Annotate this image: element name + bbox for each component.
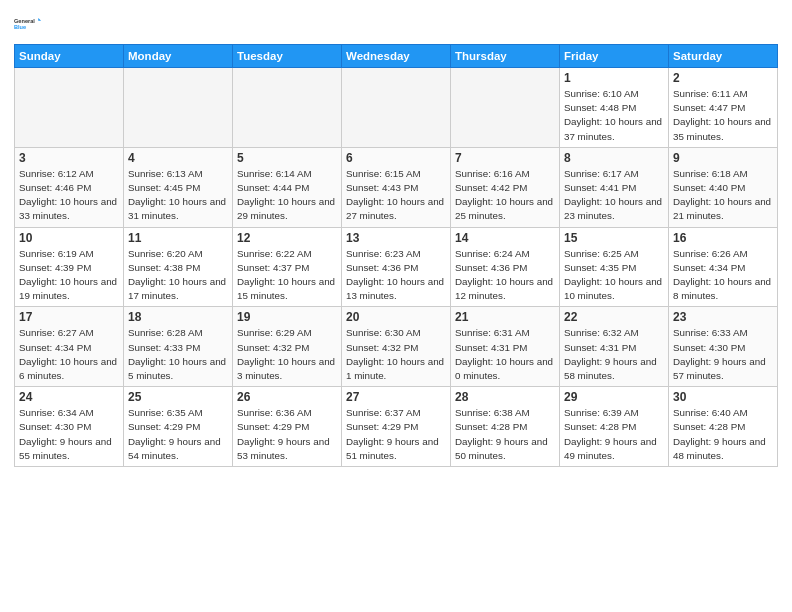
- calendar-cell: 25Sunrise: 6:35 AM Sunset: 4:29 PM Dayli…: [124, 387, 233, 467]
- calendar-cell: 4Sunrise: 6:13 AM Sunset: 4:45 PM Daylig…: [124, 147, 233, 227]
- day-number: 11: [128, 231, 228, 245]
- day-number: 29: [564, 390, 664, 404]
- day-info: Sunrise: 6:15 AM Sunset: 4:43 PM Dayligh…: [346, 167, 446, 224]
- day-number: 21: [455, 310, 555, 324]
- logo: General Blue: [14, 10, 42, 38]
- day-number: 17: [19, 310, 119, 324]
- calendar-cell: [15, 68, 124, 148]
- day-number: 18: [128, 310, 228, 324]
- calendar-cell: 2Sunrise: 6:11 AM Sunset: 4:47 PM Daylig…: [669, 68, 778, 148]
- day-number: 24: [19, 390, 119, 404]
- day-number: 10: [19, 231, 119, 245]
- day-info: Sunrise: 6:13 AM Sunset: 4:45 PM Dayligh…: [128, 167, 228, 224]
- day-number: 6: [346, 151, 446, 165]
- calendar-cell: 28Sunrise: 6:38 AM Sunset: 4:28 PM Dayli…: [451, 387, 560, 467]
- day-info: Sunrise: 6:34 AM Sunset: 4:30 PM Dayligh…: [19, 406, 119, 463]
- logo-icon: General Blue: [14, 10, 42, 38]
- day-info: Sunrise: 6:38 AM Sunset: 4:28 PM Dayligh…: [455, 406, 555, 463]
- day-number: 9: [673, 151, 773, 165]
- day-info: Sunrise: 6:30 AM Sunset: 4:32 PM Dayligh…: [346, 326, 446, 383]
- day-info: Sunrise: 6:31 AM Sunset: 4:31 PM Dayligh…: [455, 326, 555, 383]
- svg-text:Blue: Blue: [14, 24, 26, 30]
- calendar-cell: 14Sunrise: 6:24 AM Sunset: 4:36 PM Dayli…: [451, 227, 560, 307]
- day-number: 22: [564, 310, 664, 324]
- calendar-cell: 3Sunrise: 6:12 AM Sunset: 4:46 PM Daylig…: [15, 147, 124, 227]
- calendar-cell: 29Sunrise: 6:39 AM Sunset: 4:28 PM Dayli…: [560, 387, 669, 467]
- calendar-cell: 16Sunrise: 6:26 AM Sunset: 4:34 PM Dayli…: [669, 227, 778, 307]
- day-number: 19: [237, 310, 337, 324]
- calendar-cell: 19Sunrise: 6:29 AM Sunset: 4:32 PM Dayli…: [233, 307, 342, 387]
- calendar-week-1: 1Sunrise: 6:10 AM Sunset: 4:48 PM Daylig…: [15, 68, 778, 148]
- day-number: 14: [455, 231, 555, 245]
- calendar-week-5: 24Sunrise: 6:34 AM Sunset: 4:30 PM Dayli…: [15, 387, 778, 467]
- day-info: Sunrise: 6:27 AM Sunset: 4:34 PM Dayligh…: [19, 326, 119, 383]
- svg-text:General: General: [14, 18, 35, 24]
- calendar-cell: 30Sunrise: 6:40 AM Sunset: 4:28 PM Dayli…: [669, 387, 778, 467]
- calendar-cell: 6Sunrise: 6:15 AM Sunset: 4:43 PM Daylig…: [342, 147, 451, 227]
- calendar-cell: 5Sunrise: 6:14 AM Sunset: 4:44 PM Daylig…: [233, 147, 342, 227]
- day-number: 5: [237, 151, 337, 165]
- day-number: 13: [346, 231, 446, 245]
- calendar-table: SundayMondayTuesdayWednesdayThursdayFrid…: [14, 44, 778, 467]
- calendar-cell: 20Sunrise: 6:30 AM Sunset: 4:32 PM Dayli…: [342, 307, 451, 387]
- day-number: 30: [673, 390, 773, 404]
- day-number: 27: [346, 390, 446, 404]
- weekday-header-monday: Monday: [124, 45, 233, 68]
- weekday-header-wednesday: Wednesday: [342, 45, 451, 68]
- weekday-header-thursday: Thursday: [451, 45, 560, 68]
- day-info: Sunrise: 6:29 AM Sunset: 4:32 PM Dayligh…: [237, 326, 337, 383]
- calendar-cell: 9Sunrise: 6:18 AM Sunset: 4:40 PM Daylig…: [669, 147, 778, 227]
- weekday-header-row: SundayMondayTuesdayWednesdayThursdayFrid…: [15, 45, 778, 68]
- calendar-cell: 7Sunrise: 6:16 AM Sunset: 4:42 PM Daylig…: [451, 147, 560, 227]
- day-number: 23: [673, 310, 773, 324]
- calendar-week-4: 17Sunrise: 6:27 AM Sunset: 4:34 PM Dayli…: [15, 307, 778, 387]
- day-number: 26: [237, 390, 337, 404]
- calendar-cell: [451, 68, 560, 148]
- day-number: 16: [673, 231, 773, 245]
- day-info: Sunrise: 6:23 AM Sunset: 4:36 PM Dayligh…: [346, 247, 446, 304]
- day-info: Sunrise: 6:35 AM Sunset: 4:29 PM Dayligh…: [128, 406, 228, 463]
- day-info: Sunrise: 6:24 AM Sunset: 4:36 PM Dayligh…: [455, 247, 555, 304]
- day-info: Sunrise: 6:19 AM Sunset: 4:39 PM Dayligh…: [19, 247, 119, 304]
- day-number: 25: [128, 390, 228, 404]
- day-info: Sunrise: 6:12 AM Sunset: 4:46 PM Dayligh…: [19, 167, 119, 224]
- calendar-cell: 18Sunrise: 6:28 AM Sunset: 4:33 PM Dayli…: [124, 307, 233, 387]
- day-info: Sunrise: 6:10 AM Sunset: 4:48 PM Dayligh…: [564, 87, 664, 144]
- day-number: 8: [564, 151, 664, 165]
- calendar-cell: [124, 68, 233, 148]
- calendar-cell: 21Sunrise: 6:31 AM Sunset: 4:31 PM Dayli…: [451, 307, 560, 387]
- day-number: 28: [455, 390, 555, 404]
- calendar-cell: 26Sunrise: 6:36 AM Sunset: 4:29 PM Dayli…: [233, 387, 342, 467]
- calendar-cell: 17Sunrise: 6:27 AM Sunset: 4:34 PM Dayli…: [15, 307, 124, 387]
- svg-marker-1: [38, 18, 41, 21]
- calendar-week-3: 10Sunrise: 6:19 AM Sunset: 4:39 PM Dayli…: [15, 227, 778, 307]
- calendar-week-2: 3Sunrise: 6:12 AM Sunset: 4:46 PM Daylig…: [15, 147, 778, 227]
- day-number: 20: [346, 310, 446, 324]
- day-info: Sunrise: 6:20 AM Sunset: 4:38 PM Dayligh…: [128, 247, 228, 304]
- calendar-cell: 10Sunrise: 6:19 AM Sunset: 4:39 PM Dayli…: [15, 227, 124, 307]
- calendar-cell: 22Sunrise: 6:32 AM Sunset: 4:31 PM Dayli…: [560, 307, 669, 387]
- day-info: Sunrise: 6:17 AM Sunset: 4:41 PM Dayligh…: [564, 167, 664, 224]
- day-info: Sunrise: 6:22 AM Sunset: 4:37 PM Dayligh…: [237, 247, 337, 304]
- day-info: Sunrise: 6:33 AM Sunset: 4:30 PM Dayligh…: [673, 326, 773, 383]
- day-number: 12: [237, 231, 337, 245]
- calendar-cell: 27Sunrise: 6:37 AM Sunset: 4:29 PM Dayli…: [342, 387, 451, 467]
- day-info: Sunrise: 6:11 AM Sunset: 4:47 PM Dayligh…: [673, 87, 773, 144]
- weekday-header-tuesday: Tuesday: [233, 45, 342, 68]
- day-info: Sunrise: 6:39 AM Sunset: 4:28 PM Dayligh…: [564, 406, 664, 463]
- calendar-cell: 23Sunrise: 6:33 AM Sunset: 4:30 PM Dayli…: [669, 307, 778, 387]
- page-container: General Blue SundayMondayTuesdayWednesda…: [0, 0, 792, 473]
- calendar-cell: 24Sunrise: 6:34 AM Sunset: 4:30 PM Dayli…: [15, 387, 124, 467]
- weekday-header-saturday: Saturday: [669, 45, 778, 68]
- day-info: Sunrise: 6:32 AM Sunset: 4:31 PM Dayligh…: [564, 326, 664, 383]
- day-info: Sunrise: 6:16 AM Sunset: 4:42 PM Dayligh…: [455, 167, 555, 224]
- calendar-cell: 12Sunrise: 6:22 AM Sunset: 4:37 PM Dayli…: [233, 227, 342, 307]
- day-info: Sunrise: 6:26 AM Sunset: 4:34 PM Dayligh…: [673, 247, 773, 304]
- day-info: Sunrise: 6:40 AM Sunset: 4:28 PM Dayligh…: [673, 406, 773, 463]
- calendar-cell: 1Sunrise: 6:10 AM Sunset: 4:48 PM Daylig…: [560, 68, 669, 148]
- calendar-cell: 11Sunrise: 6:20 AM Sunset: 4:38 PM Dayli…: [124, 227, 233, 307]
- day-number: 4: [128, 151, 228, 165]
- day-info: Sunrise: 6:36 AM Sunset: 4:29 PM Dayligh…: [237, 406, 337, 463]
- day-info: Sunrise: 6:25 AM Sunset: 4:35 PM Dayligh…: [564, 247, 664, 304]
- day-number: 2: [673, 71, 773, 85]
